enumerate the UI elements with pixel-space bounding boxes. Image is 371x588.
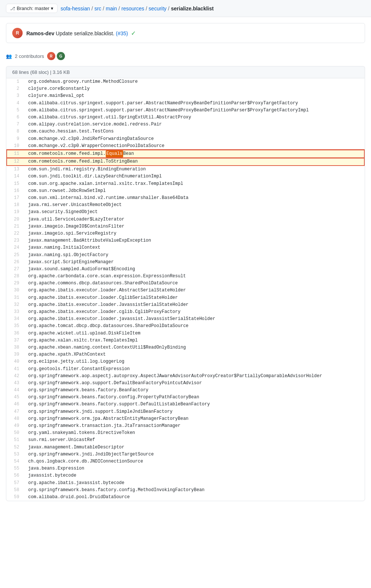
line-number: 27: [7, 266, 25, 273]
line-number: 54: [7, 458, 25, 465]
line-number: 32: [7, 301, 25, 308]
table-row: 38org.apache.xbean.naming.context.Contex…: [7, 344, 364, 351]
line-code: com.alipay.custrelation.service.model.re…: [25, 121, 364, 128]
line-code: org.apache.xalan.xsltc.trax.TemplatesImp…: [25, 337, 364, 344]
top-bar: ⎇ Branch: master ▾ sofa-hessian / src / …: [0, 0, 371, 17]
line-number: 22: [7, 230, 25, 237]
line-number: 3: [7, 92, 25, 99]
line-code: org.apache.carbondata.core.scan.expressi…: [25, 273, 364, 280]
contributors-icon: 👥: [6, 53, 12, 59]
table-row: 8com.caucho.hessian.test.TestCons: [7, 128, 364, 135]
line-code: org.apache.ibatis.executor.loader.Javass…: [25, 301, 364, 308]
table-row: 43org.springframework.aop.support.Defaul…: [7, 380, 364, 387]
line-code: org.springframework.aop.support.DefaultB…: [25, 380, 364, 387]
line-number: 39: [7, 351, 25, 358]
table-row: 40org.eclipse.jetty.util.log.LoggerLog: [7, 358, 364, 365]
breadcrumb-resources[interactable]: resources: [121, 6, 144, 12]
commit-text: Update serialize.blacklist.: [56, 30, 116, 36]
table-row: 39org.apache.xpath.XPathContext: [7, 351, 364, 358]
table-row: 52javax.management.ImmutableDescriptor: [7, 444, 364, 451]
table-row: 25javax.naming.spi.ObjectFactory: [7, 252, 364, 259]
table-row: 27javax.sound.sampled.AudioFormat$Encodi…: [7, 266, 364, 273]
line-code: java.util.ServiceLoader$LazyIterator: [25, 216, 364, 223]
table-row: 34org.apache.ibatis.executor.loader.java…: [7, 316, 364, 323]
line-code: org.apache.ibatis.executor.loader.CglibS…: [25, 294, 364, 301]
table-row: 56javassist.bytecode: [7, 472, 364, 479]
line-code: com.caucho.hessian.test.TestCons: [25, 128, 364, 135]
table-row: 53org.springframework.jndi.JndiObjectTar…: [7, 451, 364, 458]
table-row: 19java.security.SignedObject: [7, 209, 364, 216]
line-number: 7: [7, 121, 25, 128]
line-number: 43: [7, 380, 25, 387]
line-number: 9: [7, 135, 25, 143]
table-row: 24javax.naming.InitialContext: [7, 244, 364, 251]
table-row: 59com.alibaba.druid.pool.DruidDataSource: [7, 494, 364, 501]
table-row: 2clojure.core$constantly: [7, 85, 364, 92]
table-row: 5com.alibaba.citrus.springext.support.pa…: [7, 107, 364, 114]
line-code: org.springframework.beans.factory.suppor…: [25, 401, 364, 408]
table-row: 28org.apache.carbondata.core.scan.expres…: [7, 273, 364, 280]
file-lines: 68 lines (68 sloc): [12, 69, 49, 75]
line-code: com.rometools.rome.feed.impl.ToStringBea…: [25, 158, 364, 166]
line-number: 42: [7, 373, 25, 380]
table-row: 29org.apache.commons.dbcp.datasources.Sh…: [7, 280, 364, 287]
table-row: 23javax.management.BadAttributeValueExpE…: [7, 237, 364, 244]
breadcrumb-sep-4: /: [146, 6, 147, 12]
file-size: 3.16 KB: [53, 69, 70, 75]
line-number: 41: [7, 366, 25, 373]
line-code: javax.imageio.spi.ServiceRegistry: [25, 230, 364, 237]
line-number: 53: [7, 451, 25, 458]
line-code: com.mchange.v2.c3p0.WrapperConnectionPoo…: [25, 143, 364, 150]
line-code: org.apache.ibatis.executor.loader.Abstra…: [25, 287, 364, 294]
branch-selector[interactable]: ⎇ Branch: master ▾: [6, 4, 58, 13]
table-row: 13com.sun.jndi.rmi.registry.BindingEnume…: [7, 166, 364, 173]
branch-label: Branch: master: [17, 6, 49, 11]
breadcrumb-repo[interactable]: sofa-hessian: [60, 6, 90, 12]
line-number: 30: [7, 287, 25, 294]
line-code: org.apache.ibatis.executor.loader.javass…: [25, 316, 364, 323]
line-number: 35: [7, 323, 25, 330]
line-code: clojure.core$constantly: [25, 85, 364, 92]
table-row: 47org.springframework.jndi.support.Simpl…: [7, 408, 364, 415]
line-number: 21: [7, 223, 25, 230]
line-code: javax.naming.InitialContext: [25, 244, 364, 251]
line-number: 46: [7, 401, 25, 408]
branch-icon: ⎇: [10, 6, 15, 11]
table-row: 45org.springframework.beans.factory.conf…: [7, 394, 364, 401]
line-number: 52: [7, 444, 25, 451]
table-row: 22javax.imageio.spi.ServiceRegistry: [7, 230, 364, 237]
table-row: 54ch.qos.logback.core.db.JNDIConnectionS…: [7, 458, 364, 465]
table-row: 48org.springframework.orm.jpa.AbstractEn…: [7, 415, 364, 422]
line-number: 20: [7, 216, 25, 223]
line-code: javassist.bytecode: [25, 472, 364, 479]
line-code: org.apache.wicket.util.upload.DiskFileIt…: [25, 330, 364, 337]
commit-pr-link[interactable]: (#35): [116, 30, 128, 36]
line-code: org.springframework.transaction.jta.JtaT…: [25, 422, 364, 429]
table-row: 16com.sun.rowset.JdbcRowSetImpl: [7, 187, 364, 195]
table-row: 15com.sun.org.apache.xalan.internal.xslt…: [7, 180, 364, 187]
breadcrumb-main[interactable]: main: [106, 6, 117, 12]
line-code: org.apache.ibatis.javassist.bytecode: [25, 480, 364, 487]
table-row: 46org.springframework.beans.factory.supp…: [7, 401, 364, 408]
line-code: org.geotools.filter.ConstantExpression: [25, 366, 364, 373]
table-row: 57org.apache.ibatis.javassist.bytecode: [7, 480, 364, 487]
line-number: 50: [7, 429, 25, 437]
file-content: 1org.codehaus.groovy.runtime.MethodClosu…: [6, 78, 365, 501]
table-row: 10com.mchange.v2.c3p0.WrapperConnectionP…: [7, 143, 364, 150]
line-code: com.alibaba.citrus.springext.support.par…: [25, 100, 364, 107]
line-code: com.rometools.rome.feed.impl.EqualsBean: [25, 150, 364, 158]
line-code: org.springframework.beans.factory.config…: [25, 394, 364, 401]
line-number: 31: [7, 294, 25, 301]
line-number: 55: [7, 465, 25, 472]
line-number: 34: [7, 316, 25, 323]
table-row: 44org.springframework.beans.factory.Bean…: [7, 387, 364, 394]
table-row: 33org.apache.ibatis.executor.loader.cgli…: [7, 308, 364, 316]
table-row: 17com.sun.xml.internal.bind.v2.runtime.u…: [7, 195, 364, 202]
breadcrumb-security[interactable]: security: [149, 6, 167, 12]
search-highlight: Equals: [106, 150, 123, 157]
line-number: 14: [7, 173, 25, 180]
contributors-label: 2 contributors: [15, 53, 44, 59]
line-code: com.sun.org.apache.xalan.internal.xsltc.…: [25, 180, 364, 187]
breadcrumb-src[interactable]: src: [94, 6, 101, 12]
table-row: 50org.yaml.snakeyaml.tokens.DirectiveTok…: [7, 429, 364, 437]
